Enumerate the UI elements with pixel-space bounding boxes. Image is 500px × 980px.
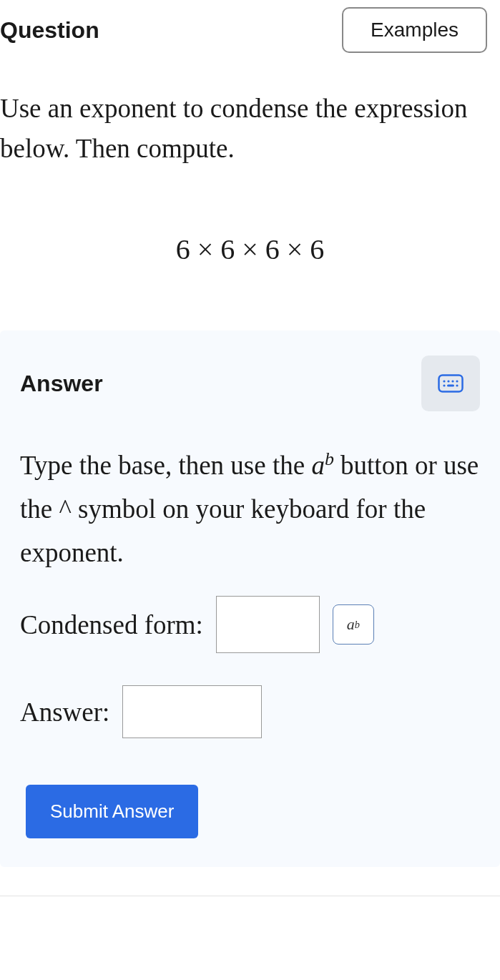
keyboard-button[interactable]: [421, 356, 480, 411]
keyboard-icon: [438, 374, 464, 393]
svg-point-3: [451, 380, 454, 382]
submit-answer-button[interactable]: Submit Answer: [26, 785, 198, 838]
question-prompt: Use an exponent to condense the expressi…: [0, 60, 500, 168]
condensed-form-label: Condensed form:: [20, 609, 203, 640]
condensed-form-input[interactable]: [216, 596, 320, 653]
divider: [0, 896, 500, 896]
exponent-button-base: a: [347, 615, 355, 634]
answer-header: Answer: [20, 356, 480, 411]
condensed-form-row: Condensed form: ab: [20, 596, 480, 653]
svg-rect-6: [447, 385, 454, 387]
answer-row: Answer:: [20, 685, 480, 738]
svg-point-1: [443, 380, 445, 382]
ab-notation-inline: ab: [311, 451, 333, 480]
svg-point-5: [443, 384, 445, 386]
answer-input-label: Answer:: [20, 697, 109, 727]
answer-input[interactable]: [122, 685, 262, 738]
svg-point-7: [456, 384, 458, 386]
math-expression: 6 × 6 × 6 × 6: [0, 168, 500, 330]
svg-rect-0: [439, 376, 463, 392]
answer-instruction: Type the base, then use the ab button or…: [20, 444, 480, 574]
examples-button[interactable]: Examples: [342, 7, 487, 53]
header-row: Question Examples: [0, 0, 500, 60]
exponent-button-sup: b: [355, 619, 360, 631]
answer-heading: Answer: [20, 371, 103, 397]
svg-point-4: [456, 380, 458, 382]
answer-panel: Answer Type the base, then use the ab bu…: [0, 330, 500, 867]
svg-point-2: [447, 380, 449, 382]
exponent-button[interactable]: ab: [333, 604, 374, 645]
instruction-text-1: Type the base, then use the: [20, 451, 311, 480]
question-heading: Question: [0, 17, 99, 44]
